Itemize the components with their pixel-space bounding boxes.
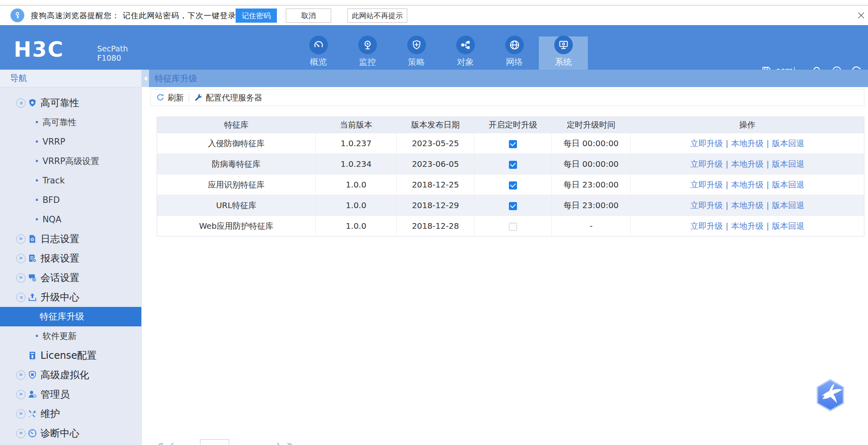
sidebar-group[interactable]: » 会话设置 (0, 268, 141, 287)
bullet-icon: · (35, 118, 39, 126)
cell-library-name: Web应用防护特征库 (157, 216, 316, 236)
table-row: 入侵防御特征库 1.0.237 2023-05-25 每日 00:00:00 立… (157, 133, 864, 154)
table-row: 应用识别特征库 1.0.0 2018-12-25 每日 23:00:00 立即升… (157, 175, 864, 195)
top-nav-item[interactable]: 网络 (490, 25, 539, 70)
action-version-rollback-link[interactable]: 版本回退 (772, 138, 804, 148)
expand-chevron-icon[interactable]: » (16, 293, 26, 302)
sidebar-item[interactable]: · VRRP高级设置 (0, 151, 141, 171)
action-local-upgrade-link[interactable]: 本地升级 (731, 200, 764, 210)
cancel-button[interactable]: 取消 (286, 9, 331, 23)
top-nav: 概览 监控 策略 对象 网络 系统 (294, 25, 588, 70)
sidebar-group[interactable]: » 诊断中心 (0, 424, 141, 443)
top-nav-item[interactable]: 策略 (392, 25, 441, 70)
sidebar-item[interactable]: · Track (0, 171, 141, 190)
table-row: 防病毒特征库 1.0.234 2023-06-05 每日 00:00:00 立即… (157, 154, 864, 175)
action-upgrade-now-link[interactable]: 立即升级 (690, 221, 723, 231)
action-version-rollback-link[interactable]: 版本回退 (772, 159, 804, 169)
action-separator: | (725, 221, 728, 231)
sidebar-item[interactable]: · 软件更新 (0, 326, 141, 346)
action-version-rollback-link[interactable]: 版本回退 (772, 200, 804, 210)
cell-schedule-time: 每日 23:00:00 (552, 175, 631, 195)
action-local-upgrade-link[interactable]: 本地升级 (731, 138, 764, 148)
table-header-row: 特征库当前版本版本发布日期开启定时升级定时升级时间操作 (157, 117, 864, 133)
top-nav-item[interactable]: 对象 (441, 25, 490, 70)
expand-chevron-icon[interactable]: » (16, 254, 26, 263)
cell-library-name: 应用识别特征库 (157, 175, 316, 195)
action-separator: | (766, 159, 769, 169)
sidebar-item[interactable]: · 特征库升级 (0, 307, 141, 326)
key-icon (11, 9, 24, 22)
expand-chevron-icon[interactable]: » (16, 390, 26, 399)
sidebar-group[interactable]: » 报表设置 (0, 249, 141, 268)
cell-library-name: 入侵防御特征库 (157, 133, 316, 154)
scheduled-upgrade-checkbox[interactable] (509, 161, 517, 169)
collapse-left-icon (144, 76, 147, 81)
action-version-rollback-link[interactable]: 版本回退 (772, 180, 804, 189)
expand-chevron-icon[interactable]: » (16, 273, 26, 283)
expand-chevron-icon[interactable]: » (16, 234, 26, 244)
system-icon (554, 36, 573, 54)
monitor-icon (358, 36, 377, 54)
action-upgrade-now-link[interactable]: 立即升级 (690, 159, 723, 169)
refresh-button[interactable]: 刷新 (156, 92, 184, 103)
breadcrumb: 特征库升级 (142, 70, 868, 87)
action-upgrade-now-link[interactable]: 立即升级 (690, 200, 723, 210)
table-row: URL特征库 1.0.0 2018-12-29 每日 23:00:00 立即升级… (157, 195, 864, 216)
action-separator: | (766, 200, 769, 210)
pager-first-button[interactable]: « (158, 439, 164, 445)
pager-last-button[interactable]: » (287, 439, 293, 445)
configure-proxy-button[interactable]: 配置代理服务器 (194, 92, 262, 103)
sidebar-group[interactable]: » 高可靠性 (0, 93, 141, 113)
cell-actions: 立即升级|本地升级|版本回退 (631, 133, 864, 154)
main-area: 导航 » 高可靠性 · 高可靠性 · VRRP · VRRP高级设置 · Tra… (0, 70, 868, 445)
action-local-upgrade-link[interactable]: 本地升级 (731, 159, 764, 169)
scheduled-upgrade-checkbox[interactable] (509, 223, 517, 231)
xunlei-bird-icon[interactable] (814, 378, 847, 413)
sidebar-item[interactable]: · 高可靠性 (0, 113, 141, 132)
action-upgrade-now-link[interactable]: 立即升级 (690, 180, 723, 189)
action-upgrade-now-link[interactable]: 立即升级 (690, 138, 723, 148)
column-header: 定时升级时间 (552, 117, 631, 133)
expand-chevron-icon[interactable]: » (16, 370, 26, 380)
bullet-icon: · (35, 332, 39, 340)
action-local-upgrade-link[interactable]: 本地升级 (731, 221, 764, 231)
remember-password-button[interactable]: 记住密码 (236, 9, 277, 23)
cell-release-date: 2023-05-25 (397, 133, 474, 154)
scheduled-upgrade-checkbox[interactable] (509, 202, 517, 210)
sidebar-group[interactable]: » 管理员 (0, 385, 141, 404)
pager-prev-button[interactable]: ‹ (170, 439, 174, 445)
scheduled-upgrade-checkbox[interactable] (509, 140, 517, 148)
pager-next-button[interactable]: › (276, 439, 280, 445)
sidebar-group[interactable]: » 升级中心 (0, 287, 141, 307)
scheduled-upgrade-checkbox[interactable] (509, 181, 517, 189)
pagination-bar: « ‹ › » (158, 439, 299, 445)
close-icon[interactable] (857, 11, 866, 20)
sidebar-item[interactable]: · NQA (0, 210, 141, 229)
column-header: 特征库 (157, 117, 316, 133)
sidebar-item[interactable]: · BFD (0, 190, 141, 210)
expand-chevron-icon[interactable]: » (16, 98, 26, 108)
cell-current-version: 1.0.0 (316, 175, 397, 195)
expand-chevron-icon[interactable]: » (16, 409, 26, 419)
action-version-rollback-link[interactable]: 版本回退 (772, 221, 804, 231)
cell-scheduled (474, 175, 552, 195)
license-icon (28, 351, 37, 360)
no-prompt-button[interactable]: 此网站不再提示 (347, 9, 407, 23)
sidebar-group[interactable]: » 日志设置 (0, 229, 141, 249)
top-nav-item[interactable]: 概览 (294, 25, 343, 70)
sidebar-group[interactable]: » 维护 (0, 404, 141, 424)
action-local-upgrade-link[interactable]: 本地升级 (731, 180, 764, 189)
sidebar-collapse-handle[interactable] (142, 70, 149, 87)
sidebar-group[interactable]: » 高级虚拟化 (0, 365, 141, 385)
cell-release-date: 2018-12-25 (397, 175, 474, 195)
top-nav-item[interactable]: 系统 (539, 25, 588, 70)
sidebar-item[interactable]: · VRRP (0, 132, 141, 151)
pager-page-input[interactable] (200, 439, 229, 445)
cell-release-date: 2023-06-05 (397, 154, 474, 175)
expand-chevron-icon[interactable]: » (16, 429, 26, 438)
top-nav-item[interactable]: 监控 (343, 25, 392, 70)
log-settings-icon (28, 234, 37, 244)
sidebar-group[interactable]: » License配置 (0, 346, 141, 365)
bullet-icon: · (35, 157, 39, 165)
policy-shield-icon (407, 36, 426, 54)
